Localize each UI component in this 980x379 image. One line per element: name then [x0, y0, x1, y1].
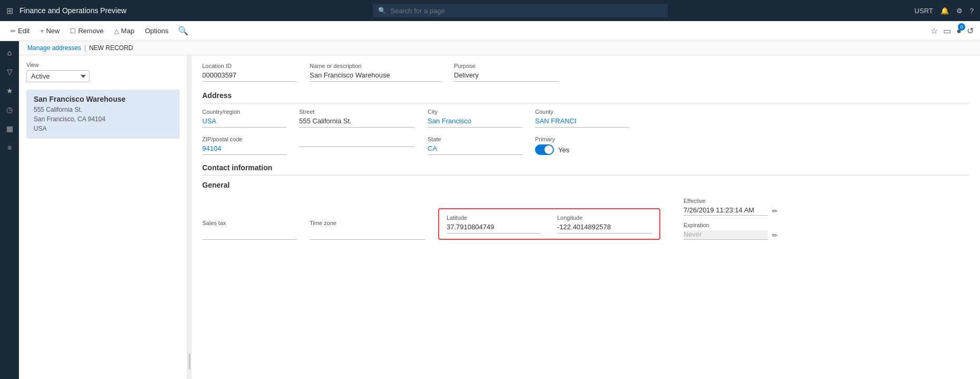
breadcrumb-parent[interactable]: Manage addresses	[27, 44, 81, 52]
city-label: City	[428, 109, 522, 115]
search-icon: 🔍	[378, 7, 386, 14]
settings-icon[interactable]: ⚙	[956, 7, 963, 15]
toolbar: ✏ Edit + New ☐ Remove △ Map Options 🔍 ☆ …	[0, 21, 980, 41]
sidebar-home-icon[interactable]: ⌂	[2, 45, 17, 60]
scroll-column	[187, 55, 192, 379]
sidebar-icons: ⌂ ▽ ★ ◷ ▦ ≡	[0, 41, 19, 379]
purpose-group: Purpose Delivery	[454, 63, 559, 82]
contact-section-header: Contact information	[202, 163, 969, 176]
view-label: View	[26, 62, 90, 68]
location-id-value[interactable]: 000003597	[202, 71, 297, 82]
top-right-icons: USRT 🔔 ⚙ ?	[915, 7, 974, 15]
view-row: View Active All Inactive	[26, 62, 180, 82]
view-select[interactable]: Active All Inactive	[26, 70, 90, 82]
favorites-icon[interactable]: ☆	[930, 26, 938, 36]
latitude-value[interactable]: 37.7910804749	[447, 223, 541, 234]
sidebar-filter-icon[interactable]: ▽	[2, 64, 17, 79]
effective-value[interactable]: 7/26/2019 11:23:14 AM	[684, 206, 768, 216]
new-icon: +	[40, 27, 44, 35]
state-label: State	[428, 136, 522, 142]
purpose-value[interactable]: Delivery	[454, 71, 559, 82]
latitude-label: Latitude	[447, 215, 541, 221]
effective-edit-icon[interactable]: ✏	[772, 207, 778, 215]
page-wrapper: Manage addresses | NEW RECORD View Activ…	[19, 41, 980, 379]
options-button[interactable]: Options	[141, 25, 173, 37]
address-row2: ZIP/postal code 94104 Street State CA Pr…	[202, 136, 969, 155]
edit-icon: ✏	[11, 27, 16, 35]
toolbar-right-icons: ☆ ▭ ● 0 ↺	[930, 26, 974, 36]
longitude-group: Longitude -122.4014892578	[557, 215, 652, 234]
name-group: Name or description San Francisco Wareho…	[310, 63, 441, 82]
sales-tax-label: Sales tax	[202, 220, 297, 226]
expiration-value-row: Never ✏	[684, 230, 778, 240]
main-layout: ⌂ ▽ ★ ◷ ▦ ≡ Manage addresses | NEW RECOR…	[0, 41, 980, 379]
expiration-label: Expiration	[684, 222, 778, 228]
county-group: County SAN FRANCI	[535, 109, 630, 128]
county-label: County	[535, 109, 630, 115]
location-id-label: Location ID	[202, 63, 297, 69]
zip-group: ZIP/postal code 94104	[202, 136, 286, 155]
badge-icon[interactable]: ● 0	[956, 26, 962, 36]
remove-icon: ☐	[70, 27, 76, 35]
zip-value[interactable]: 94104	[202, 144, 286, 155]
breadcrumb: Manage addresses | NEW RECORD	[19, 41, 980, 55]
new-button[interactable]: + New	[36, 25, 64, 37]
primary-group: Primary Yes	[535, 136, 569, 155]
primary-toggle[interactable]	[535, 144, 554, 155]
map-button[interactable]: △ Map	[110, 25, 138, 37]
street-value[interactable]: 555 California St.	[299, 117, 415, 128]
name-label: Name or description	[310, 63, 441, 69]
time-zone-label: Time zone	[310, 220, 425, 226]
sidebar-list-icon[interactable]: ≡	[2, 140, 17, 155]
grid-icon[interactable]: ⊞	[6, 6, 13, 16]
address-section-header: Address	[202, 91, 969, 103]
remove-button[interactable]: ☐ Remove	[66, 25, 107, 37]
sidebar-favorites-icon[interactable]: ★	[2, 83, 17, 98]
county-value[interactable]: SAN FRANCI	[535, 117, 630, 128]
refresh-icon[interactable]: ↺	[967, 26, 974, 36]
city-value[interactable]: San Francisco	[428, 117, 522, 128]
location-list: San Francisco Warehouse 555 California S…	[26, 90, 180, 139]
right-column: Location ID 000003597 Name or descriptio…	[192, 55, 980, 379]
effective-expiration-group: Effective 7/26/2019 11:23:14 AM ✏ Expira…	[684, 198, 778, 240]
edit-button[interactable]: ✏ Edit	[6, 25, 34, 37]
general-fields-row: Sales tax Time zone Latitude 37.79108047…	[202, 198, 969, 240]
sales-tax-value[interactable]	[202, 228, 297, 240]
header-fields-row: Location ID 000003597 Name or descriptio…	[202, 63, 969, 82]
map-icon: △	[114, 27, 119, 35]
effective-group: Effective 7/26/2019 11:23:14 AM ✏	[684, 198, 778, 216]
lat-long-box: Latitude 37.7910804749 Longitude -122.40…	[438, 208, 660, 240]
scroll-indicator	[189, 354, 191, 370]
street2-group: Street	[299, 136, 415, 155]
help-icon[interactable]: ?	[970, 7, 974, 15]
name-value[interactable]: San Francisco Warehouse	[310, 71, 441, 82]
time-zone-group: Time zone	[310, 220, 425, 240]
longitude-value[interactable]: -122.4014892578	[557, 223, 652, 234]
primary-toggle-label: Yes	[558, 146, 569, 154]
location-item[interactable]: San Francisco Warehouse 555 California S…	[26, 90, 180, 139]
search-bar[interactable]: 🔍	[373, 4, 668, 17]
panel-icon[interactable]: ▭	[943, 26, 951, 36]
zip-label: ZIP/postal code	[202, 136, 286, 142]
expiration-edit-icon[interactable]: ✏	[772, 231, 778, 239]
notification-icon[interactable]: 🔔	[941, 7, 949, 15]
location-name: San Francisco Warehouse	[34, 95, 172, 103]
expiration-group: Expiration Never ✏	[684, 222, 778, 240]
search-input[interactable]	[390, 7, 662, 15]
sidebar-recents-icon[interactable]: ◷	[2, 102, 17, 117]
toolbar-search-icon[interactable]: 🔍	[178, 26, 189, 36]
state-value[interactable]: CA	[428, 144, 522, 155]
effective-value-row: 7/26/2019 11:23:14 AM ✏	[684, 206, 778, 216]
country-group: Country/region USA	[202, 109, 286, 128]
sidebar-workspaces-icon[interactable]: ▦	[2, 121, 17, 136]
country-label: Country/region	[202, 109, 286, 115]
effective-label: Effective	[684, 198, 778, 204]
badge-count: 0	[958, 23, 965, 31]
expiration-value[interactable]: Never	[684, 230, 768, 240]
purpose-label: Purpose	[454, 63, 559, 69]
time-zone-value[interactable]	[310, 228, 425, 240]
top-nav: ⊞ Finance and Operations Preview 🔍 USRT …	[0, 0, 980, 21]
street2-value[interactable]	[299, 144, 415, 147]
country-value[interactable]: USA	[202, 117, 286, 128]
primary-label: Primary	[535, 136, 569, 142]
